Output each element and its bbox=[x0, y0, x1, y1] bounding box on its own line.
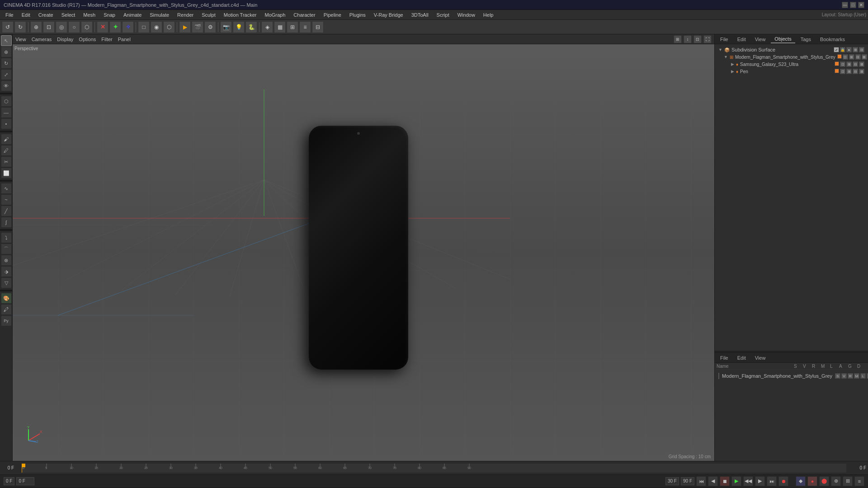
keyframe-button[interactable]: ◆ bbox=[796, 476, 806, 486]
menu-snap[interactable]: Snap bbox=[100, 11, 119, 19]
menu-create[interactable]: Create bbox=[35, 11, 57, 19]
deform-tool[interactable]: ⤵ bbox=[1, 232, 12, 243]
brush-tool[interactable]: 🖌 bbox=[1, 134, 12, 145]
edge-tool[interactable]: — bbox=[1, 107, 12, 118]
material-manager-button[interactable]: ◈ bbox=[261, 21, 273, 33]
close-button[interactable]: ✕ bbox=[858, 2, 864, 8]
menu-sculpt[interactable]: Sculpt bbox=[198, 11, 219, 19]
texture-brush-tool[interactable]: 🖍 bbox=[1, 304, 12, 315]
viewport-fullscreen-button[interactable]: ⛶ bbox=[703, 35, 712, 43]
menu-3dtoall[interactable]: 3DToAll bbox=[408, 11, 432, 19]
scale-tool[interactable]: ⤢ bbox=[1, 69, 12, 80]
menu-mesh[interactable]: Mesh bbox=[80, 11, 99, 19]
menu-help[interactable]: Help bbox=[480, 11, 497, 19]
render-button[interactable]: ▶ bbox=[179, 21, 191, 33]
python-button[interactable]: 🐍 bbox=[245, 21, 257, 33]
tree-render-icon[interactable]: ● bbox=[846, 47, 852, 52]
playback-settings-button[interactable]: ⊞ bbox=[843, 476, 853, 486]
menu-simulate[interactable]: Simulate bbox=[146, 11, 173, 19]
mat-tab-view[interactable]: View bbox=[751, 354, 769, 361]
mat-tab-file[interactable]: File bbox=[717, 354, 732, 361]
layout-button[interactable]: ≡ bbox=[854, 476, 864, 486]
record-button[interactable]: ⏺ bbox=[778, 476, 788, 486]
3d-viewport[interactable]: X Y Z Perspective Grid Spacing : 10 cm bbox=[13, 44, 714, 461]
prev-frame-button[interactable]: ◀ bbox=[708, 476, 718, 486]
go-end-button[interactable]: ⏭ bbox=[767, 476, 777, 486]
shear-tool[interactable]: ⬗ bbox=[1, 266, 12, 277]
material-item-flagman[interactable]: Modern_Flagman_Smartphone_with_Stylus_Gr… bbox=[717, 372, 866, 380]
y-axis-button[interactable]: ✦ bbox=[109, 21, 121, 33]
select-tool-button[interactable]: ○ bbox=[68, 21, 80, 33]
tree-vis-pen[interactable] bbox=[835, 69, 839, 73]
tree-more-icon[interactable]: ⊞ bbox=[853, 47, 858, 52]
mat-icon-2[interactable]: V bbox=[841, 373, 847, 379]
tree-tag2-pen[interactable]: ⊞ bbox=[846, 69, 852, 74]
menu-character[interactable]: Character bbox=[290, 11, 319, 19]
tree-tag1-samsung[interactable]: ⊡ bbox=[840, 61, 845, 67]
poly-select-button[interactable]: ⬡ bbox=[81, 21, 93, 33]
auto-key-button[interactable]: ● bbox=[807, 476, 817, 486]
tree-item-samsung[interactable]: ▶ ♦ Samsung_Galaxy_S23_Ultra ⊡ ⊞ ⊟ ⊠ bbox=[717, 61, 866, 68]
menu-vray[interactable]: V-Ray Bridge bbox=[370, 11, 407, 19]
render-region-button[interactable]: 🎬 bbox=[192, 21, 203, 33]
tree-tag4-flagman[interactable]: ⊠ bbox=[862, 54, 867, 60]
timeline-ruler[interactable]: 0 5 10 15 20 25 30 35 40 45 50 bbox=[22, 464, 846, 473]
tree-lock-icon[interactable]: 🔒 bbox=[840, 47, 845, 52]
menu-plugins[interactable]: Plugins bbox=[346, 11, 369, 19]
go-start-button[interactable]: ⏮ bbox=[696, 476, 706, 486]
tree-tag3-pen[interactable]: ⊟ bbox=[853, 69, 858, 74]
paint-tool[interactable]: 🖊 bbox=[1, 145, 12, 156]
layer-button[interactable]: ≡ bbox=[299, 21, 311, 33]
smooth-tool[interactable]: ~ bbox=[1, 194, 12, 205]
layer-color-tool[interactable]: 🎨 bbox=[1, 293, 12, 304]
palette-button[interactable]: ⊟ bbox=[312, 21, 324, 33]
python-tool[interactable]: Py bbox=[1, 315, 12, 326]
menu-render[interactable]: Render bbox=[174, 11, 197, 19]
menu-mograph[interactable]: MoGraph bbox=[261, 11, 289, 19]
right-tab-view[interactable]: View bbox=[751, 36, 769, 43]
polygon-tool[interactable]: ⬡ bbox=[1, 96, 12, 107]
tree-item-flagman[interactable]: ▼ ⊞ Modern_Flagman_Smartphone_with_Stylu… bbox=[717, 53, 866, 61]
camera-button[interactable]: 📷 bbox=[220, 21, 232, 33]
tree-vis-samsung[interactable] bbox=[835, 61, 839, 66]
menu-file[interactable]: File bbox=[2, 11, 17, 19]
point-tool[interactable]: • bbox=[1, 118, 12, 129]
right-tab-objects[interactable]: Objects bbox=[771, 35, 795, 43]
right-tab-tags[interactable]: Tags bbox=[797, 36, 815, 43]
menu-animate[interactable]: Animate bbox=[120, 11, 145, 19]
next-frame-button[interactable]: ▶ bbox=[755, 476, 765, 486]
menu-select[interactable]: Select bbox=[58, 11, 79, 19]
snap-button[interactable]: ⊞ bbox=[287, 21, 298, 33]
record-active-button[interactable]: ⬤ bbox=[819, 476, 829, 486]
tree-item-pen[interactable]: ▶ ♦ Pen ⊡ ⊞ ⊟ ⊠ bbox=[717, 68, 866, 75]
motion-record-button[interactable]: ⊕ bbox=[831, 476, 841, 486]
twist-tool[interactable]: ⊗ bbox=[1, 255, 12, 266]
rotate-tool-button[interactable]: ◎ bbox=[56, 21, 67, 33]
line-tool[interactable]: ╱ bbox=[1, 206, 12, 216]
magnet-tool[interactable]: ∿ bbox=[1, 183, 12, 194]
viewport-layout-button[interactable]: ⊡ bbox=[693, 35, 702, 43]
tree-tag3-flagman[interactable]: ⊟ bbox=[855, 54, 861, 60]
mat-icon-1[interactable]: S bbox=[835, 373, 840, 379]
mat-icon-3[interactable]: R bbox=[848, 373, 853, 379]
z-axis-button[interactable]: ✧ bbox=[122, 21, 134, 33]
tree-tag4-samsung[interactable]: ⊠ bbox=[859, 61, 864, 67]
menu-motion-tracker[interactable]: Motion Tracker bbox=[220, 11, 260, 19]
viewport-menu-display[interactable]: Display bbox=[57, 37, 73, 42]
play-reverse-button[interactable]: ◀◀ bbox=[743, 476, 753, 486]
3d-object-smartphone[interactable] bbox=[309, 126, 408, 370]
light-button[interactable]: 💡 bbox=[233, 21, 245, 33]
viewport-menu-view[interactable]: View bbox=[15, 37, 26, 42]
sphere-primitive-button[interactable]: ◉ bbox=[151, 21, 162, 33]
tree-tag2-flagman[interactable]: ⊞ bbox=[849, 54, 854, 60]
right-tab-edit[interactable]: Edit bbox=[734, 36, 750, 43]
mat-tab-edit[interactable]: Edit bbox=[734, 354, 750, 361]
rotate-tool[interactable]: ↻ bbox=[1, 58, 12, 69]
tree-tag4-pen[interactable]: ⊠ bbox=[859, 69, 864, 74]
move-tool-button[interactable]: ⊕ bbox=[30, 21, 42, 33]
viewport-menu-filter[interactable]: Filter bbox=[101, 37, 112, 42]
undo-button[interactable]: ↺ bbox=[2, 21, 14, 33]
x-axis-button[interactable]: ✕ bbox=[97, 21, 108, 33]
viewport-menu-panel[interactable]: Panel bbox=[118, 37, 131, 42]
timeline-playhead[interactable] bbox=[22, 464, 25, 467]
